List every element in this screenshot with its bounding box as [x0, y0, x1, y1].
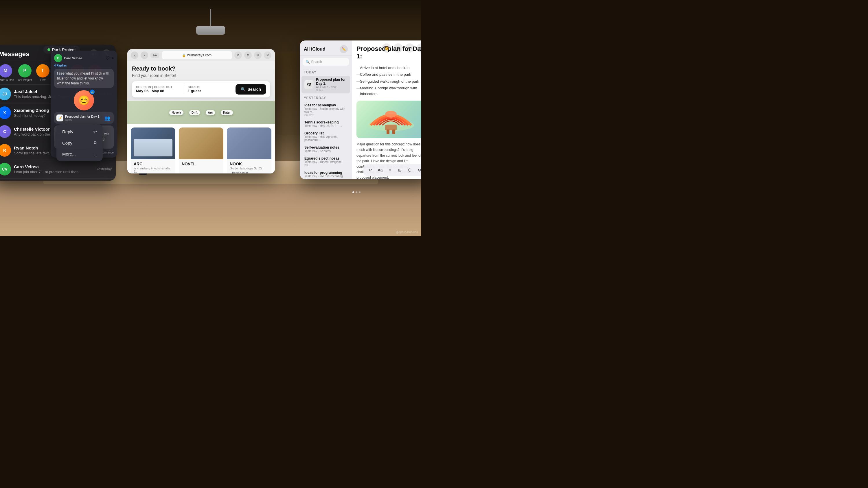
avatar-park-project[interactable]: P	[18, 64, 32, 77]
notes-more-button[interactable]: •••	[405, 43, 414, 53]
emoji-badge: ✨	[89, 89, 95, 95]
chat-text-1: I see what you mean! I'll stick with blu…	[57, 71, 111, 86]
notes-font-button[interactable]: Aa	[376, 166, 384, 174]
context-copy-label: Copy	[62, 140, 72, 145]
map-pin-kater[interactable]: Kater	[221, 110, 233, 115]
browser-share-button[interactable]: ⬆	[244, 52, 252, 59]
chat-more-icon[interactable]: •	[112, 56, 114, 61]
chat-message-1: I see what you mean! I'll stick with blu…	[54, 69, 114, 88]
note-meta-tennis: Yesterday · May 06, 9:12 – ...	[304, 124, 347, 128]
messages-title: Messages	[0, 50, 29, 58]
browser-back-button[interactable]: ‹	[131, 52, 138, 59]
browser-tabs-button[interactable]: ⧉	[254, 52, 261, 59]
avatar-xiaomeng: X	[0, 106, 11, 119]
contact-item-caro[interactable]: CV Caro Velosa I can join after 7 – at p…	[0, 160, 116, 178]
browser-forward-button[interactable]: ›	[141, 52, 148, 59]
contact-item-aditi[interactable]: A Aditi Jain Hey! When's your business Y…	[0, 178, 116, 181]
note-info-self-eval: Self-evaluation notes Yesterday · 32 not…	[304, 145, 347, 153]
hotel-location-nook: Große Hamburger Str. 22	[230, 167, 269, 170]
watermark: @applevisualads	[396, 230, 418, 234]
browser-reload-button[interactable]: ↺	[235, 52, 242, 59]
notes-sidebar-more[interactable]: ✏️	[340, 45, 348, 53]
chat-heart-icon[interactable]: ♡	[105, 56, 110, 61]
hotel-info-novel: NOVEL	[179, 159, 223, 169]
notes-share-button[interactable]: ⬆	[394, 43, 403, 53]
note-item-programming[interactable]: Ideas for programming Yesterday · In-Fru…	[302, 169, 350, 179]
proposed-plan-chip[interactable]: 📝 Proposed plan for Day 1: Notes 👥	[54, 112, 114, 124]
notes-undo-button[interactable]: ↩	[366, 166, 374, 174]
note-title-egraredis: Egraredis pectinosas	[304, 156, 347, 160]
browser-lock-icon: 🔒	[182, 54, 186, 57]
note-info-tennis: Tennis scorekeeping Yesterday · May 06, …	[304, 120, 347, 128]
search-button[interactable]: 🔍 Search	[236, 84, 266, 95]
notes-media-button[interactable]: ⬡	[406, 166, 414, 174]
avatar-mom-dad[interactable]: M	[0, 64, 12, 77]
note-list-item-4: Meeting + bridge walkthrough with fabric…	[356, 85, 421, 97]
hotel-card-novel[interactable]: NOVEL	[179, 128, 223, 173]
windows-container: Park Project Messages ••• ✏️ M Mom & Dad…	[0, 0, 421, 236]
context-menu-more[interactable]: More... …	[58, 148, 101, 159]
browser-url: numastays.com	[187, 53, 212, 57]
hotel-image-novel	[179, 128, 223, 159]
map-area[interactable]: Novela Drift Arc Kater	[127, 101, 275, 124]
map-pin-arc[interactable]: Arc	[206, 110, 215, 115]
notes-avatar-icon[interactable]: 🧑	[382, 43, 391, 53]
note-sub-proposed: Notes	[316, 89, 347, 92]
note-artwork	[356, 101, 421, 138]
avatar-christelle: C	[0, 125, 11, 138]
avatar-jasif: JJ	[0, 88, 11, 100]
checkin-value: May 06 · May 08	[136, 89, 181, 93]
avatar-caro: CV	[0, 163, 11, 175]
notes-search[interactable]: 🔍 Search	[303, 58, 349, 66]
hotel-card-arc[interactable]: ARC in Kreuzberg Friedrichstraße 31 Your…	[131, 128, 175, 173]
browser-window: ‹ › AA 🔒 numastays.com ↺ ⬆ ⧉ ✕ Ready to …	[127, 49, 275, 173]
contact-info-caro: Caro Velosa I can join after 7 – at prac…	[14, 164, 93, 174]
booking-title: Ready to book?	[132, 65, 270, 72]
note-title-programming: Ideas for programming	[304, 170, 347, 174]
hotel-image-arc	[131, 128, 175, 159]
note-info-programming: Ideas for programming Yesterday · In-Fru…	[304, 170, 347, 179]
notes-yesterday-label: Yesterday	[300, 94, 352, 101]
note-title-grocery: Grocery list	[304, 131, 347, 135]
note-item-egraredis[interactable]: Egraredis pectinosas Yesterday · Tuned E…	[302, 155, 350, 168]
note-item-grocery[interactable]: Grocery list Yesterday · Milk, Apricots,…	[302, 130, 350, 143]
dots-dot-1	[352, 191, 354, 193]
guests-field[interactable]: Guests 1 guest	[188, 86, 232, 93]
browser-address-bar[interactable]: 🔒 numastays.com	[162, 51, 232, 59]
contact-time-caro: Yesterday	[96, 167, 112, 171]
notes-more-tb-button[interactable]: ⊙	[415, 166, 421, 174]
map-pin-novela[interactable]: Novela	[169, 110, 183, 115]
context-menu-reply[interactable]: Reply ↩	[58, 126, 101, 137]
note-title-self-eval: Self-evaluation notes	[304, 145, 347, 150]
hotel-info-arc: ARC in Kreuzberg Friedrichstraße 31 Your…	[131, 159, 175, 173]
browser-close-button[interactable]: ✕	[264, 52, 271, 59]
context-menu-copy[interactable]: Copy ⧉	[58, 137, 101, 148]
note-item-screenplay[interactable]: Idea for screenplay Yesterday · Studio, …	[302, 101, 350, 118]
note-list-item-3: Self-guided walkthrough of the park	[356, 78, 421, 85]
notes-sidebar-header: All iCloud ✏️	[300, 40, 352, 56]
avatar-ryan: R	[0, 144, 11, 157]
contact-name-caro: Caro Velosa	[14, 164, 93, 169]
contact-label-mom-dad: Mom & Dad	[0, 78, 14, 82]
note-title-proposed: Proposed plan for Day 1:	[316, 77, 347, 86]
note-meta-proposed: All iCloud · Now	[316, 86, 347, 89]
note-title-screenplay: Idea for screenplay	[304, 103, 347, 107]
notes-close-button[interactable]: ⊠	[416, 43, 421, 53]
avatar-trev[interactable]: T	[36, 64, 50, 77]
notes-today-label: Today	[300, 68, 352, 75]
hotel-card-nook[interactable]: NOOK Große Hamburger Str. 22 ...Berlin's…	[227, 128, 271, 173]
note-item-self-eval[interactable]: Self-evaluation notes Yesterday · 32 not…	[302, 144, 350, 154]
notes-search-icon: 🔍	[306, 60, 310, 64]
note-info-grocery: Grocery list Yesterday · Milk, Apricots,…	[304, 131, 347, 142]
map-pin-drift[interactable]: Drift	[189, 110, 200, 115]
hotel-listings: ARC in Kreuzberg Friedrichstraße 31 Your…	[127, 124, 275, 173]
notes-table-button[interactable]: ⊞	[396, 166, 404, 174]
svg-rect-1	[385, 125, 397, 130]
proposed-plan-preview-icon: 👥	[103, 114, 112, 122]
notes-list-button[interactable]: ≡	[386, 166, 394, 174]
browser-aa-button[interactable]: AA	[151, 53, 159, 58]
note-item-tennis[interactable]: Tennis scorekeeping Yesterday · May 06, …	[302, 119, 350, 129]
note-item-proposed[interactable]: 🗺 Proposed plan for Day 1: All iCloud · …	[302, 76, 350, 93]
booking-hero: Ready to book? Find your room in Belfort…	[127, 61, 275, 101]
checkin-field[interactable]: Check In | Check Out May 06 · May 08	[136, 86, 181, 93]
